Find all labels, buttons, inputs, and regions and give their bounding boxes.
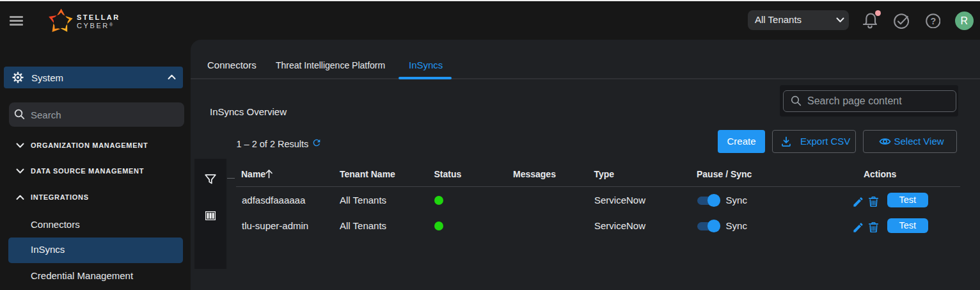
- svg-text:?: ?: [930, 16, 936, 26]
